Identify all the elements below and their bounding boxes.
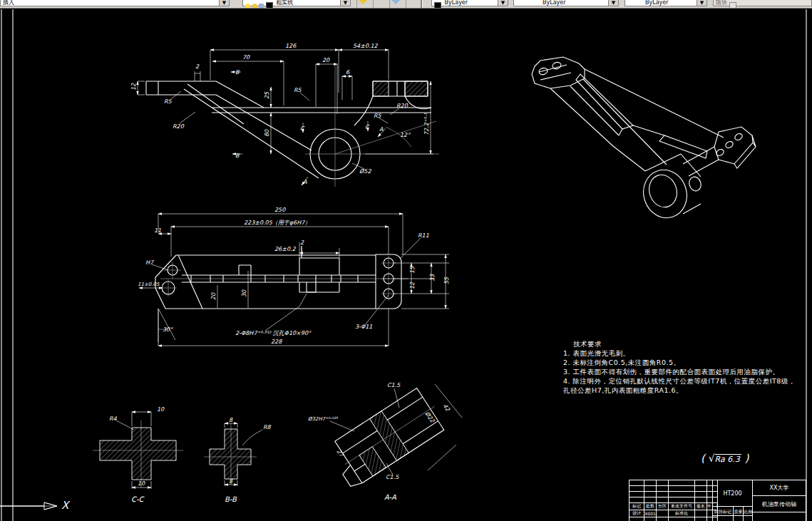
- drawing-canvas[interactable]: 126 54±0.12 70 20 2 6 12 25 80 R5 R20 R5…: [0, 0, 812, 521]
- linetype-combo-value: ByLayer: [543, 0, 566, 6]
- dim-text: 30°: [163, 326, 173, 333]
- section-label: B: [235, 153, 240, 159]
- tb-header-cell: 更改文件号: [669, 503, 695, 510]
- holes-note: 3-Φ11: [355, 324, 372, 330]
- dim-text: 228: [271, 339, 282, 345]
- dim-text: R4: [109, 416, 118, 422]
- dim-text: 20: [322, 57, 330, 63]
- layer-combo-value: 粗实线: [276, 0, 293, 6]
- dim-text: 10: [138, 480, 145, 487]
- scale-label-cell: 比例: [743, 506, 753, 516]
- dim-text: 42: [441, 403, 451, 413]
- dim-text: 11±0.05: [138, 282, 160, 287]
- dim-text: 223±0.05（用于φ6H7）: [244, 220, 310, 226]
- section-aa: C1.5 C1.5 Ø32H7⁺⁰·⁰²⁵ Ø22 42 27 A-A: [308, 382, 462, 501]
- bulb-icon: [245, 4, 250, 9]
- chevron-down-icon[interactable]: ▼: [219, 0, 229, 6]
- lock-icon: [259, 4, 264, 9]
- sheet-cell: [752, 512, 806, 521]
- plotstyle-combo[interactable]: 随块: [713, 0, 812, 6]
- chevron-down-icon[interactable]: ▼: [498, 0, 508, 6]
- dim-text: R11: [418, 232, 429, 239]
- dim-text: R20: [173, 123, 185, 130]
- dim-text: 11: [154, 227, 161, 234]
- dim-text: 12: [130, 83, 137, 91]
- toolbar-separator: [421, 0, 423, 8]
- tb-design-cell: 标准化: [669, 510, 695, 517]
- dim-text: 72.2⁺⁰·¹: [423, 113, 430, 135]
- insert-combo-value: 插入: [3, 0, 14, 6]
- plan-view: 250 223±0.05（用于φ6H7） 11 26±0.2 2 R11 15 …: [138, 207, 450, 346]
- layers-icon: [358, 0, 368, 4]
- dim-text: 30: [241, 289, 247, 297]
- color-combo-value: ByLayer: [445, 0, 468, 6]
- section-title: B-B: [225, 495, 237, 503]
- weight-value-cell: [733, 515, 744, 521]
- dim-text: 12°: [400, 132, 411, 138]
- color-swatch-icon: [434, 2, 441, 9]
- lineweight-combo-value: ByLayer: [645, 0, 669, 6]
- dim-text: 250: [274, 207, 286, 213]
- section-label: B: [235, 69, 240, 76]
- section-label: A: [303, 179, 307, 185]
- dim-text: R20: [396, 103, 408, 109]
- dim-text: 27: [335, 448, 345, 458]
- dim-text: 12: [409, 282, 416, 289]
- cad-application-window: 插入 ▼ 粗实线 ▼ ByLayer ▼ ByLayer ▼ ByLayer: [0, 0, 812, 521]
- dim-text: Ø22: [423, 411, 436, 424]
- dim-text: 8: [229, 417, 233, 423]
- linetype-combo[interactable]: ByLayer ▼: [513, 0, 619, 6]
- tb-design-cell: [695, 510, 707, 517]
- roughness-note: ( √Ra 6.3 ): [701, 452, 749, 465]
- section-title: A-A: [384, 493, 396, 501]
- dim-text: 26±0.2: [274, 246, 297, 252]
- section-title: C-C: [131, 495, 145, 503]
- insert-combo[interactable]: 插入 ▼: [0, 0, 230, 6]
- dim-text: R5: [294, 87, 302, 93]
- dim-text: Ø32H7⁺⁰·⁰²⁵: [308, 416, 338, 422]
- plotstyle-combo-value: 随块: [716, 0, 727, 6]
- roughness-value: Ra 6.3: [715, 454, 741, 464]
- paren-close: ): [744, 452, 749, 465]
- dim-text: 2: [300, 239, 304, 246]
- dim-text: 2: [195, 63, 200, 70]
- material-cell: HT200: [712, 480, 753, 507]
- chevron-down-icon[interactable]: ▼: [340, 0, 350, 6]
- dim-text: 20: [210, 292, 217, 300]
- stage-value-cell: [712, 515, 734, 521]
- tech-req-line: 1. 表面光滑无毛刺。: [563, 349, 803, 358]
- dim-text: C1.5: [386, 474, 399, 480]
- counterbore-note: 2-Φ8H7⁺⁰·⁰¹⁵ 沉孔Φ10×90°: [235, 330, 312, 336]
- layer-combo[interactable]: 粗实线 ▼: [242, 0, 351, 6]
- revision-grid: 标记 处数 分区 更改文件号 签名 年、月、日 设计 X001 标准化: [629, 480, 718, 521]
- layer-previous-button[interactable]: [389, 0, 406, 9]
- tb-header-cell: 标记: [629, 503, 644, 510]
- scale-value-cell: [743, 515, 753, 521]
- dim-text: R5: [164, 98, 173, 105]
- layer-manager-button[interactable]: [356, 0, 374, 9]
- tb-header-cell: 处数: [644, 503, 657, 510]
- tech-req-title: 技术要求: [563, 339, 803, 349]
- dim-text: H7: [145, 259, 154, 266]
- chevron-down-icon[interactable]: ▼: [697, 0, 706, 6]
- chevron-down-icon[interactable]: ▼: [608, 0, 618, 6]
- dim-text: 10: [157, 406, 165, 413]
- tech-req-line: 4. 除注明外，定位销孔默认线性尺寸公差等级IT7机，位置度公差IT8级，: [563, 376, 803, 386]
- dim-text: C1.5: [387, 382, 401, 388]
- front-view: 126 54±0.12 70 20 2 6 12 25 80 R5 R20 R5…: [130, 43, 439, 187]
- dim-text: 70: [242, 54, 250, 61]
- dim-text: Ø52: [359, 168, 371, 175]
- tech-req-line: 2. 未标注倒角C0.5,未注圆角R0.5。: [563, 358, 803, 367]
- lineweight-combo[interactable]: ByLayer ▼: [625, 0, 707, 6]
- stage-label-cell: 阶段标记: [712, 506, 734, 516]
- ucs-x-label: X: [61, 499, 68, 512]
- tb-header-cell: 分区: [657, 503, 669, 510]
- dim-text: 15: [409, 266, 416, 274]
- dim-text: R8: [263, 424, 272, 430]
- dim-text: 80: [264, 129, 270, 137]
- color-combo[interactable]: ByLayer ▼: [431, 0, 508, 6]
- section-label: C: [300, 125, 305, 132]
- section-cc: 10 10 R4 C-C: [93, 406, 183, 503]
- dim-text: 33: [429, 274, 436, 282]
- company-cell: XX大学: [752, 480, 806, 496]
